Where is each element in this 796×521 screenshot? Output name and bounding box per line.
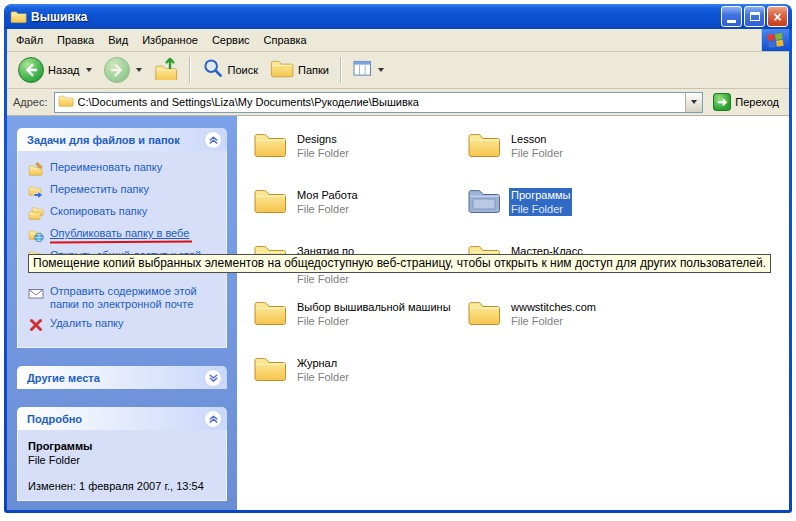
folders-icon — [270, 58, 294, 82]
details-type: File Folder — [28, 454, 220, 466]
pane-file-tasks-body: Переименовать папку Переместить папку — [17, 151, 227, 348]
back-button[interactable]: Назад — [13, 55, 97, 85]
pane-other-places-header[interactable]: Другие места — [17, 366, 227, 389]
publish-folder-icon — [28, 227, 44, 243]
title-bar: Вышивка × — [4, 4, 792, 29]
forward-icon — [104, 57, 130, 83]
window-folder-icon — [10, 9, 27, 24]
expand-button[interactable] — [204, 369, 222, 387]
file-item-vybor-vyshivalnoy-mashiny[interactable]: Выбор вышивальной машиныFile Folder — [253, 298, 458, 354]
pane-details: Подробно Программы File Folder Изменен: … — [17, 407, 227, 501]
search-label: Поиск — [228, 64, 258, 76]
task-copy-folder[interactable]: Скопировать папку — [28, 205, 220, 221]
move-folder-icon — [28, 183, 44, 199]
file-item-moya-rabota[interactable]: Моя РаботаFile Folder — [253, 186, 458, 242]
windows-logo-icon — [761, 29, 789, 51]
menu-item-file[interactable]: Файл — [9, 30, 50, 50]
minimize-button[interactable] — [721, 6, 742, 27]
menu-item-help[interactable]: Справка — [257, 30, 314, 50]
window-body: Задачи для файлов и папок — [7, 116, 789, 510]
pane-details-body: Программы File Folder Изменен: 1 февраля… — [17, 430, 227, 501]
details-modified: Изменен: 1 февраля 2007 г., 13:54 — [28, 480, 220, 492]
file-item-lesson[interactable]: LessonFile Folder — [467, 130, 672, 186]
file-item-designs[interactable]: DesignsFile Folder — [253, 130, 458, 186]
toolbar-separator — [189, 57, 191, 83]
maximize-button[interactable] — [744, 6, 765, 27]
forward-button[interactable] — [99, 55, 147, 85]
back-label: Назад — [48, 64, 80, 76]
folder-icon — [253, 186, 287, 214]
rename-folder-icon — [28, 161, 44, 177]
pane-other-places: Другие места — [17, 366, 227, 389]
menu-bar: Файл Правка Вид Избранное Сервис Справка — [7, 29, 789, 52]
up-folder-icon — [154, 56, 178, 84]
folder-icon — [253, 130, 287, 158]
address-dropdown-button[interactable] — [685, 93, 702, 112]
folder-icon — [253, 354, 287, 382]
email-folder-icon — [28, 285, 44, 301]
search-icon — [202, 57, 224, 83]
views-dropdown-icon[interactable] — [378, 68, 384, 72]
address-label: Адрес: — [13, 96, 48, 108]
window-title: Вышивка — [31, 10, 721, 24]
forward-dropdown-icon[interactable] — [136, 68, 142, 72]
menu-item-tools[interactable]: Сервис — [205, 30, 257, 50]
file-item-zhurnal[interactable]: ЖурналFile Folder — [253, 354, 458, 410]
address-folder-icon — [58, 93, 74, 111]
folder-icon-selected — [467, 186, 501, 214]
collapse-button[interactable] — [204, 410, 222, 428]
tooltip: Помещение копий выбранных элементов на о… — [28, 254, 771, 273]
folders-button[interactable]: Папки — [265, 56, 334, 84]
go-label: Переход — [735, 96, 779, 108]
address-bar: Адрес: C:\Documents and Settings\Liza\My… — [7, 89, 789, 116]
folder-icon — [253, 298, 287, 326]
toolbar-separator — [340, 57, 342, 83]
pane-file-tasks-title: Задачи для файлов и папок — [27, 134, 204, 146]
menu-item-edit[interactable]: Правка — [50, 30, 101, 50]
task-delete-folder[interactable]: Удалить папку — [28, 317, 220, 333]
file-list-area[interactable]: DesignsFile Folder LessonFile Folder Моя… — [237, 116, 789, 510]
file-item-programmy[interactable]: ПрограммыFile Folder — [467, 186, 672, 242]
file-item-wwwstitches[interactable]: wwwstitches.comFile Folder — [467, 298, 672, 354]
back-dropdown-icon[interactable] — [86, 68, 92, 72]
views-icon — [353, 60, 372, 81]
go-arrow-icon: ➜ — [713, 93, 731, 111]
views-button[interactable] — [348, 58, 389, 83]
pane-details-header[interactable]: Подробно — [17, 407, 227, 430]
task-move-folder[interactable]: Переместить папку — [28, 183, 220, 199]
task-publish-folder[interactable]: Опубликовать папку в вебе — [28, 227, 220, 243]
task-rename-folder[interactable]: Переименовать папку — [28, 161, 220, 177]
menu-item-view[interactable]: Вид — [101, 30, 135, 50]
back-icon — [18, 57, 44, 83]
details-name: Программы — [28, 440, 220, 452]
pane-file-tasks-header[interactable]: Задачи для файлов и папок — [17, 128, 227, 151]
folder-icon — [467, 298, 501, 326]
pane-details-title: Подробно — [27, 413, 204, 425]
address-path: C:\Documents and Settings\Liza\My Docume… — [78, 96, 686, 108]
delete-folder-icon — [28, 317, 44, 333]
go-button[interactable]: ➜ Переход — [709, 92, 783, 112]
search-button[interactable]: Поиск — [197, 55, 263, 85]
task-email-folder[interactable]: Отправить содержимое этой папки по элект… — [28, 285, 220, 311]
menu-item-favorites[interactable]: Избранное — [135, 30, 205, 50]
annotation-underline — [50, 241, 192, 244]
pane-other-places-title: Другие места — [27, 372, 204, 384]
folders-label: Папки — [298, 64, 329, 76]
toolbar: Назад — [7, 52, 789, 89]
task-sidebar: Задачи для файлов и папок — [7, 116, 237, 510]
desktop-screen: Вышивка × Файл Правка Вид Избранное Серв… — [0, 0, 796, 521]
copy-folder-icon — [28, 205, 44, 221]
up-button[interactable] — [149, 54, 183, 86]
address-input[interactable]: C:\Documents and Settings\Liza\My Docume… — [54, 92, 704, 113]
collapse-button[interactable] — [204, 131, 222, 149]
folder-icon — [467, 130, 501, 158]
close-button[interactable]: × — [767, 6, 788, 27]
pane-file-tasks: Задачи для файлов и папок — [17, 128, 227, 348]
